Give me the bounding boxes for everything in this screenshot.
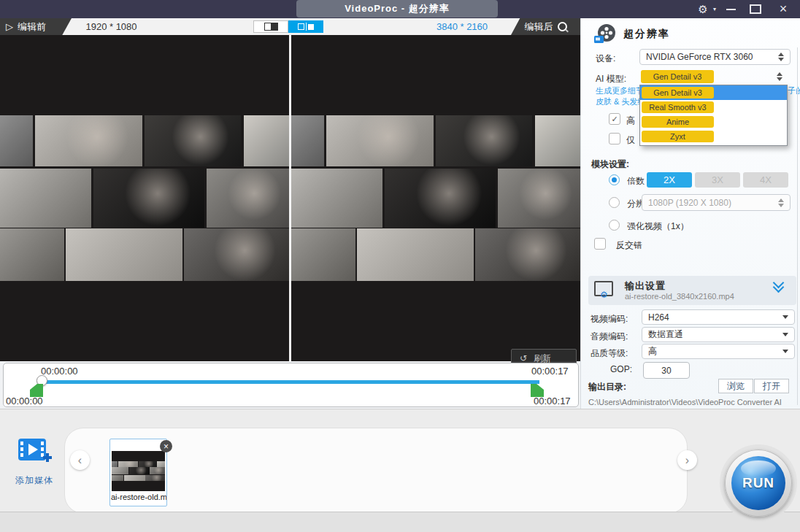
remove-clip-button[interactable]: × — [160, 440, 172, 452]
refresh-icon: ↺ — [520, 353, 527, 363]
film-still-tile — [475, 228, 580, 281]
view-mode-toggle — [253, 20, 323, 33]
film-still-tile — [244, 115, 289, 166]
model-option[interactable]: Gen Detail v3 — [640, 85, 787, 100]
scroll-left-button[interactable]: ‹ — [70, 450, 90, 470]
film-still-tile — [0, 169, 91, 228]
gear-caret-icon[interactable]: ▾ — [711, 0, 718, 18]
model-option[interactable]: Anime — [640, 115, 787, 129]
film-still-tile — [184, 228, 289, 281]
deinterlace-checkbox[interactable] — [594, 238, 606, 250]
trim-start-time: 00:00:00 — [6, 396, 43, 406]
maximize-button[interactable] — [746, 0, 765, 18]
trim-end-time: 00:00:17 — [534, 396, 571, 406]
timeline: 00:00:00 00:00:17 00:00:00 00:00:17 — [3, 363, 579, 407]
model-option-pill[interactable]: Real Smooth v3 — [642, 101, 714, 113]
expand-chevron-icon[interactable] — [774, 282, 782, 291]
gear-icon[interactable]: ⚙ — [693, 0, 712, 18]
film-still-tile — [498, 169, 580, 228]
film-still-tile — [207, 169, 289, 228]
add-media-button[interactable]: 添加媒体 — [10, 436, 58, 487]
film-still-tile — [385, 169, 496, 228]
output-filename: ai-restore-old_3840x2160.mp4 — [625, 292, 734, 301]
model-option-pill[interactable]: Zyxt — [642, 131, 714, 142]
split-view-button[interactable] — [288, 20, 323, 33]
film-still-tile — [535, 115, 580, 166]
option2-label: 仅 — [626, 134, 635, 147]
audio-codec-value: 数据直通 — [648, 328, 782, 341]
caret-down-icon — [782, 333, 788, 336]
video-codec-label: 视频编码: — [591, 313, 628, 325]
option1-checkbox[interactable]: ✓ — [609, 113, 620, 125]
before-resolution: 1920 * 1080 — [69, 18, 153, 35]
model-description-line1: 生成更多细节 — [596, 85, 644, 96]
magnifier-icon — [558, 22, 567, 31]
scale-2x-button[interactable]: 2X — [647, 172, 692, 188]
after-tab-label: 编辑后 — [525, 20, 553, 34]
model-spinner-icon[interactable] — [777, 72, 782, 81]
quality-select[interactable]: 高 — [642, 344, 795, 359]
model-option-pill[interactable]: Anime — [642, 116, 714, 128]
minimize-icon — [726, 9, 736, 10]
caret-down-icon — [782, 350, 788, 353]
timeline-track[interactable] — [42, 380, 539, 384]
scale-4x-button[interactable]: 4X — [743, 172, 788, 188]
browse-button[interactable]: 浏览 — [718, 379, 753, 393]
gop-input[interactable] — [643, 362, 690, 379]
film-still-tile — [112, 461, 118, 468]
device-select[interactable]: NVIDIA GeForce RTX 3060 — [639, 49, 791, 65]
close-button[interactable]: × — [772, 0, 794, 18]
scale-radio[interactable] — [609, 174, 620, 185]
resolution-value: 1080P (1920 X 1080) — [648, 198, 778, 208]
tab-before-edit[interactable]: ▷ 编辑前 — [0, 18, 72, 35]
option2-checkbox[interactable] — [609, 133, 620, 144]
resolution-select[interactable]: 1080P (1920 X 1080) — [642, 194, 791, 211]
ai-model-label: AI 模型: — [596, 73, 626, 85]
film-still-tile — [0, 115, 33, 166]
audio-codec-select[interactable]: 数据直通 — [642, 327, 795, 342]
film-still-tile — [145, 475, 165, 482]
model-option-pill[interactable]: Gen Detail v3 — [642, 87, 714, 99]
split-view-icon-filled — [308, 24, 314, 30]
panel-scrollbar[interactable] — [797, 47, 798, 405]
before-tab-label: 编辑前 — [18, 20, 46, 34]
film-still-tile — [157, 461, 165, 468]
window-title: VideoProc - 超分辨率 — [296, 0, 498, 18]
media-clip-card[interactable]: ai-restore-old.mp — [109, 439, 167, 506]
model-description-line2: 皮肤 & 头发细 — [596, 96, 645, 107]
model-option[interactable]: Zyxt — [640, 129, 787, 144]
scale-3x-button[interactable]: 3X — [695, 172, 740, 188]
split-view-icon — [298, 23, 304, 30]
open-button[interactable]: 打开 — [754, 379, 789, 393]
ai-model-selected[interactable]: Gen Detail v3 — [641, 70, 714, 83]
spinner-icon — [778, 198, 784, 207]
option1-label: 高 — [626, 115, 635, 127]
film-still-tile — [139, 461, 156, 468]
video-codec-select[interactable]: H264 — [642, 309, 795, 325]
resolution-radio[interactable] — [609, 197, 620, 208]
add-media-label: 添加媒体 — [10, 474, 58, 487]
film-still-tile — [150, 467, 165, 474]
run-button[interactable]: RUN — [731, 456, 785, 510]
panel-title: 超分辨率 — [623, 28, 670, 41]
output-settings-box[interactable] — [588, 276, 796, 305]
model-dropdown-popup: Gen Detail v3Real Smooth v3AnimeZyxt — [639, 85, 788, 146]
film-still-tile — [112, 467, 128, 474]
chevron-right-icon: › — [685, 454, 689, 467]
scroll-right-button[interactable]: › — [677, 450, 697, 470]
minimize-button[interactable] — [721, 0, 740, 18]
tab-after-edit[interactable]: 编辑后 — [511, 18, 580, 35]
film-still-tile — [326, 115, 434, 166]
single-view-button[interactable] — [253, 20, 288, 33]
model-option[interactable]: Real Smooth v3 — [640, 100, 787, 115]
film-still-tile — [291, 115, 324, 166]
film-still-tile — [291, 228, 355, 281]
enhance-radio[interactable] — [609, 220, 620, 231]
film-still-tile — [112, 475, 123, 482]
close-icon: × — [164, 442, 169, 452]
video-preview: ↺ 刷新 10% — [0, 35, 580, 361]
film-still-tile — [436, 115, 532, 166]
film-still-tile — [66, 228, 182, 281]
module-settings-label: 模块设置: — [591, 158, 629, 171]
output-settings-title: 输出设置 — [625, 280, 666, 293]
